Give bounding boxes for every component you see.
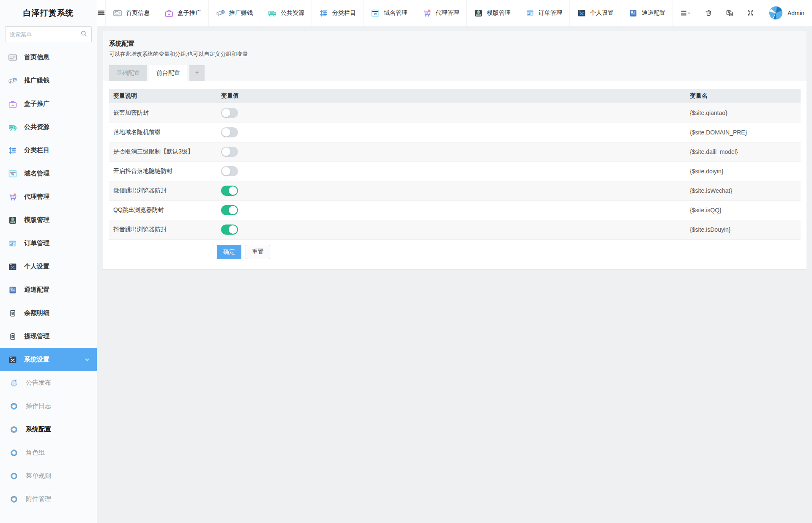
navbar-tabs: 首页信息盒子推广$推广赚钱公共资源分类栏目w域名管理代理管理HTML模版管理订单… — [105, 0, 673, 26]
nav-tab-channel[interactable]: $通道配置 — [621, 0, 673, 26]
sidebar-menu: 首页信息$推广赚钱盒子推广公共资源分类栏目w域名管理代理管理HTML模版管理订单… — [0, 46, 97, 511]
sidebar-subitem-label: 菜单规则 — [26, 472, 51, 480]
user-menu[interactable]: Admin — [761, 0, 812, 26]
toggle-switch[interactable] — [221, 166, 238, 176]
nav-tab-box-promo[interactable]: 盒子推广 — [157, 0, 208, 26]
sidebar-item-domain[interactable]: w域名管理 — [0, 162, 97, 185]
system-icon — [8, 355, 18, 365]
confirm-button[interactable]: 确定 — [217, 245, 241, 259]
sidebar-item-label: 余额明细 — [24, 309, 49, 317]
cart-icon — [8, 192, 18, 202]
nav-tab-domain[interactable]: w域名管理 — [363, 0, 415, 26]
expand-icon[interactable] — [740, 0, 761, 26]
config-tab-front-config[interactable]: 前台配置 — [149, 65, 187, 81]
toggle-switch[interactable] — [221, 225, 238, 235]
box-icon — [164, 8, 174, 18]
template-icon: HTML — [474, 8, 483, 18]
toggle-knob — [229, 206, 237, 214]
sidebar-item-agent[interactable]: 代理管理 — [0, 185, 97, 208]
sidebar-item-withdraw[interactable]: $提现管理 — [0, 325, 97, 348]
nav-tab-order[interactable]: 订单管理 — [518, 0, 569, 26]
sidebar-subitem-sys-config[interactable]: 系统配置 — [0, 418, 97, 441]
nav-tab-category[interactable]: 分类栏目 — [312, 0, 363, 26]
sidebar-item-category[interactable]: 分类栏目 — [0, 139, 97, 162]
sidebar-subitem-role-group[interactable]: 角色组 — [0, 441, 97, 464]
sidebar-subitem-op-log[interactable]: 操作日志 — [0, 394, 97, 418]
sidebar-item-system[interactable]: 系统设置 — [0, 348, 97, 371]
hamburger-icon[interactable] — [97, 0, 105, 26]
svg-text:$: $ — [14, 78, 16, 81]
sidebar-item-box-promo[interactable]: 盒子推广 — [0, 92, 97, 115]
variable-name: {$site.daili_model} — [686, 142, 801, 162]
variable-value-cell — [217, 181, 686, 200]
sidebar-item-home-info[interactable]: 首页信息 — [0, 46, 97, 69]
sidebar-item-profile[interactable]: 个人设置 — [0, 255, 97, 278]
svg-text:w: w — [374, 12, 377, 16]
sidebar-item-promo-earn[interactable]: $推广赚钱 — [0, 69, 97, 92]
toggle-knob — [222, 148, 230, 156]
toggle-switch[interactable] — [221, 147, 238, 157]
list-icon[interactable] — [673, 0, 698, 26]
toggle-switch[interactable] — [221, 127, 238, 137]
category-icon — [8, 145, 18, 156]
svg-text:A: A — [730, 12, 732, 15]
box-icon — [8, 99, 18, 109]
home-icon — [113, 8, 122, 18]
nav-tab-public-res[interactable]: 公共资源 — [260, 0, 312, 26]
order-icon — [525, 8, 535, 18]
store-icon — [8, 122, 18, 132]
sidebar-item-channel[interactable]: $通道配置 — [0, 278, 97, 301]
nav-tab-label: 模版管理 — [487, 9, 511, 17]
toggle-switch[interactable] — [221, 205, 238, 215]
nav-tab-promo-earn[interactable]: $推广赚钱 — [208, 0, 260, 26]
sidebar-subitem-announce[interactable]: 公告发布 — [0, 371, 97, 394]
sidebar-item-public-res[interactable]: 公共资源 — [0, 115, 97, 139]
megaphone-icon: $ — [8, 76, 18, 86]
translate-icon[interactable]: A — [719, 0, 740, 26]
toggle-switch[interactable] — [221, 108, 238, 118]
form-actions: 确定 重置 — [217, 245, 801, 259]
reset-button[interactable]: 重置 — [246, 245, 270, 259]
trash-icon[interactable] — [698, 0, 719, 26]
sidebar-item-label: 域名管理 — [24, 170, 49, 178]
variable-name: {$site.isWechat} — [686, 181, 801, 200]
withdraw-icon: $ — [8, 331, 18, 342]
variable-value-cell — [217, 220, 686, 239]
sidebar-item-label: 代理管理 — [24, 193, 49, 201]
nav-tab-label: 订单管理 — [539, 9, 562, 17]
toggle-switch[interactable] — [221, 186, 238, 196]
sidebar-item-label: 模版管理 — [24, 216, 49, 224]
ring-icon — [9, 425, 19, 434]
sidebar-item-template[interactable]: HTML模版管理 — [0, 208, 97, 232]
domain-icon: w — [371, 8, 380, 18]
sidebar-subitem-menu-rule[interactable]: 菜单规则 — [0, 464, 97, 487]
variable-value-cell — [217, 162, 686, 181]
variable-name: {$site.doiyin} — [686, 162, 801, 181]
variable-name: {$site.qiantao} — [686, 103, 801, 123]
nav-tab-profile[interactable]: 个人设置 — [569, 0, 621, 26]
nav-tab-template[interactable]: HTML模版管理 — [466, 0, 518, 26]
column-header-1: 变量值 — [217, 89, 686, 103]
sidebar-item-order[interactable]: 订单管理 — [0, 232, 97, 255]
search-input[interactable] — [5, 26, 92, 42]
search-icon — [80, 30, 87, 37]
domain-icon: w — [8, 169, 18, 179]
sidebar-subitem-attachment[interactable]: 附件管理 — [0, 487, 97, 511]
svg-text:w: w — [11, 173, 14, 176]
toggle-knob — [229, 186, 237, 195]
sidebar-item-label: 订单管理 — [24, 239, 49, 247]
page-subtitle: 可以在此增改系统的变量和分组,也可以自定义分组和变量 — [109, 50, 801, 58]
nav-tab-agent[interactable]: 代理管理 — [415, 0, 466, 26]
variable-description: 是否取消三级限制【默认3级】 — [109, 142, 217, 162]
config-tab-base-config[interactable]: 基础配置 — [109, 65, 147, 81]
avatar — [769, 6, 783, 20]
svg-text:$: $ — [12, 335, 14, 337]
toggle-knob — [222, 109, 230, 117]
sidebar-item-balance[interactable]: $余额明细 — [0, 301, 97, 325]
panel-head: 系统配置 可以在此增改系统的变量和分组,也可以自定义分组和变量 基础配置前台配置… — [103, 31, 807, 81]
svg-text:$: $ — [12, 312, 14, 314]
add-tab-button[interactable]: + — [189, 65, 205, 81]
panel-body: 变量说明变量值变量名 嵌套加密防封{$site.qiantao}落地域名随机前缀… — [103, 81, 807, 259]
nav-tab-label: 首页信息 — [126, 9, 150, 17]
nav-tab-home-info[interactable]: 首页信息 — [105, 0, 157, 26]
